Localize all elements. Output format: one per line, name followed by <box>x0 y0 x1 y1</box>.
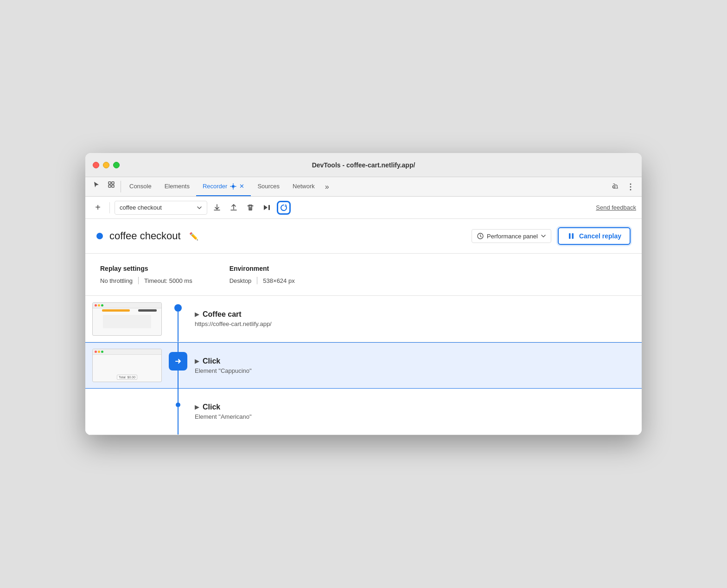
svg-rect-3 <box>112 185 114 187</box>
send-feedback-link[interactable]: Send feedback <box>596 204 636 211</box>
svg-point-7 <box>630 189 631 190</box>
total-label: Total: $0.00 <box>117 375 137 380</box>
step-navigate-content: ▶ Coffee cart https://coffee-cart.netlif… <box>187 296 642 342</box>
svg-rect-1 <box>112 182 114 184</box>
svg-rect-8 <box>268 205 270 210</box>
performance-panel-dropdown[interactable]: Performance panel <box>472 229 551 243</box>
minimize-button[interactable] <box>103 162 109 168</box>
tab-elements[interactable]: Elements <box>158 177 196 196</box>
tab-recorder[interactable]: Recorder ✕ <box>196 177 251 196</box>
step-click-cappucino[interactable]: Total: $0.00 ▶ Click <box>85 342 642 389</box>
window-title: DevTools - coffee-cart.netlify.app/ <box>312 161 415 169</box>
cancel-replay-button[interactable]: Cancel replay <box>558 227 631 245</box>
svg-point-4 <box>232 185 235 188</box>
environment-group: Environment Desktop 538×624 px <box>230 265 295 284</box>
step-navigate[interactable]: ▶ Coffee cart https://coffee-cart.netlif… <box>85 296 642 342</box>
connector-click <box>169 343 187 388</box>
maximize-button[interactable] <box>113 162 120 168</box>
traffic-lights <box>93 162 120 168</box>
add-recording-button[interactable]: + <box>91 201 105 215</box>
step-americano-content: ▶ Click Element "Americano" <box>187 389 642 435</box>
recording-status-dot <box>96 233 103 239</box>
more-tabs-button[interactable]: » <box>321 177 333 196</box>
pause-icon <box>567 232 575 240</box>
chevron-down-icon <box>197 205 202 211</box>
tab-sources[interactable]: Sources <box>251 177 286 196</box>
replay-settings-group: Replay settings No throttling Timeout: 5… <box>100 265 192 284</box>
recorder-close-icon[interactable]: ✕ <box>239 183 244 190</box>
svg-rect-11 <box>572 233 574 239</box>
expand-icon-3[interactable]: ▶ <box>195 404 199 410</box>
edit-recording-icon[interactable]: ✏️ <box>189 232 198 241</box>
recording-header: coffee checkout ✏️ Performance panel Can… <box>85 219 642 254</box>
performance-icon <box>477 232 484 240</box>
steps-list: ▶ Coffee cart https://coffee-cart.netlif… <box>85 296 642 435</box>
replay-recording-button[interactable] <box>277 201 291 215</box>
recording-title: coffee checkout <box>109 230 181 242</box>
devtools-window: DevTools - coffee-cart.netlify.app/ Cons… <box>85 153 642 435</box>
expand-icon[interactable]: ▶ <box>195 311 199 318</box>
step-click-americano[interactable]: ▶ Click Element "Americano" <box>85 389 642 435</box>
connector-americano <box>169 389 187 435</box>
svg-rect-10 <box>569 233 571 239</box>
connector-navigate <box>169 296 187 342</box>
recorder-toolbar: + coffee checkout <box>85 197 642 219</box>
svg-point-6 <box>630 186 631 187</box>
svg-rect-0 <box>108 182 111 184</box>
svg-rect-2 <box>108 185 111 187</box>
thumbnail-content <box>93 308 161 335</box>
dropdown-chevron-icon <box>541 233 546 239</box>
import-button[interactable] <box>227 201 241 215</box>
tab-bar: Console Elements Recorder ✕ Sources Netw… <box>85 177 642 197</box>
main-content: coffee checkout ✏️ Performance panel Can… <box>85 219 642 435</box>
active-step-icon <box>169 352 187 371</box>
delete-button[interactable] <box>243 201 257 215</box>
environment-values: Desktop 538×624 px <box>230 277 295 284</box>
settings-divider <box>138 277 139 284</box>
thumbnail-content-2: Total: $0.00 <box>93 355 161 382</box>
recording-selector[interactable]: coffee checkout <box>115 201 207 215</box>
thumbnail-nav-bar <box>93 303 161 308</box>
step-navigate-thumbnail <box>85 296 169 342</box>
close-button[interactable] <box>93 162 99 168</box>
settings-panel: Replay settings No throttling Timeout: 5… <box>85 254 642 296</box>
title-bar: DevTools - coffee-cart.netlify.app/ <box>85 153 642 177</box>
tab-network[interactable]: Network <box>286 177 321 196</box>
thumbnail-nav-bar-2 <box>93 349 161 355</box>
toolbar-separator-1 <box>109 202 110 213</box>
cursor-icon[interactable] <box>89 177 104 192</box>
inspect-icon[interactable] <box>104 177 119 192</box>
step-click-thumbnail: Total: $0.00 <box>85 343 169 388</box>
play-step-button[interactable] <box>260 201 274 215</box>
svg-point-5 <box>630 183 631 185</box>
environment-label: Environment <box>230 265 295 272</box>
export-button[interactable] <box>210 201 224 215</box>
replay-settings-label: Replay settings <box>100 265 192 272</box>
expand-icon-2[interactable]: ▶ <box>195 358 199 364</box>
env-settings-divider <box>257 277 257 284</box>
tab-console[interactable]: Console <box>123 177 158 196</box>
tab-settings-area <box>606 177 638 196</box>
kebab-menu-icon[interactable] <box>623 179 638 194</box>
settings-icon[interactable] <box>606 179 621 194</box>
step-click-content: ▶ Click Element "Cappucino" <box>187 343 642 388</box>
replay-settings-values: No throttling Timeout: 5000 ms <box>100 277 192 284</box>
